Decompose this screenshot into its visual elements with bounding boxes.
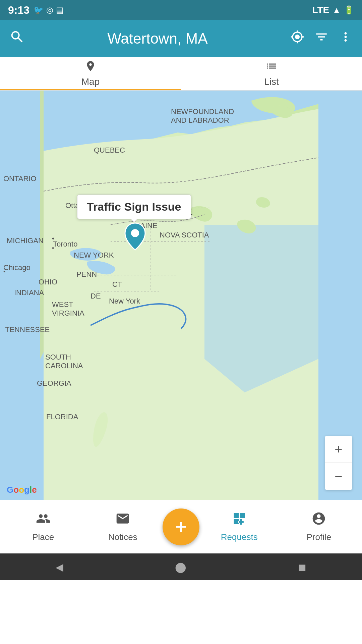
requests-icon <box>232 511 247 529</box>
nav-requests[interactable]: Requests <box>199 511 279 542</box>
fab-icon: + <box>175 515 187 538</box>
system-nav: ◀ ⬤ ◼ <box>0 553 362 580</box>
app-header: Watertown, MA <box>0 20 362 57</box>
filter-icon[interactable] <box>314 30 328 47</box>
back-button[interactable]: ◀ <box>56 561 63 573</box>
card-icon: ▤ <box>56 5 64 15</box>
svg-point-6 <box>131 229 139 237</box>
tab-list[interactable]: List <box>181 57 362 90</box>
fab-add-button[interactable]: + <box>163 508 199 545</box>
header-title: Watertown, MA <box>32 30 284 47</box>
g-red2: e <box>32 485 37 495</box>
g-blue2: g <box>24 485 29 495</box>
place-icon <box>36 511 51 529</box>
google-logo: Google <box>7 485 37 495</box>
list-tab-icon <box>265 60 278 75</box>
nav-profile[interactable]: Profile <box>279 511 359 542</box>
status-time: 9:13 <box>8 4 29 16</box>
more-icon[interactable] <box>339 30 353 47</box>
tooltip-text: Traffic Sign Issue <box>87 200 181 213</box>
zoom-out-button[interactable]: − <box>325 463 352 490</box>
map-tooltip[interactable]: Traffic Sign Issue <box>77 195 191 219</box>
profile-icon <box>311 511 326 529</box>
signal-icon: ▲ <box>333 5 341 15</box>
status-bar: 9:13 🐦 ◎ ▤ LTE ▲ 🔋 <box>0 0 362 20</box>
map-tab-icon <box>84 60 97 75</box>
map-container[interactable]: NEWFOUNDLAND AND LABRADOR ONTARIO QUEBEC… <box>0 91 362 500</box>
profile-label: Profile <box>306 532 331 542</box>
map-tab-label: Map <box>81 76 100 87</box>
bottom-nav: Place Notices + Requests Profile <box>0 500 362 553</box>
circle-icon: ◎ <box>46 5 53 15</box>
tab-bar: Map List <box>0 57 362 91</box>
map-pin[interactable] <box>123 221 147 252</box>
list-tab-label: List <box>264 76 279 87</box>
place-label: Place <box>32 532 54 542</box>
battery-icon: 🔋 <box>344 5 354 15</box>
twitter-icon: 🐦 <box>34 5 44 15</box>
requests-label: Requests <box>221 532 258 542</box>
g-yellow: o <box>19 485 24 495</box>
search-icon[interactable] <box>9 29 25 48</box>
recent-button[interactable]: ◼ <box>298 561 306 573</box>
tab-map[interactable]: Map <box>0 57 181 90</box>
lte-label: LTE <box>312 5 329 15</box>
zoom-controls: + − <box>325 436 352 490</box>
zoom-in-button[interactable]: + <box>325 436 352 463</box>
g-red: o <box>13 485 19 495</box>
location-icon[interactable] <box>290 30 304 47</box>
nav-notices[interactable]: Notices <box>83 511 163 542</box>
home-button[interactable]: ⬤ <box>175 561 186 573</box>
g-blue: G <box>7 485 13 495</box>
nav-place[interactable]: Place <box>3 511 83 542</box>
notices-icon <box>115 511 130 529</box>
notices-label: Notices <box>108 532 137 542</box>
